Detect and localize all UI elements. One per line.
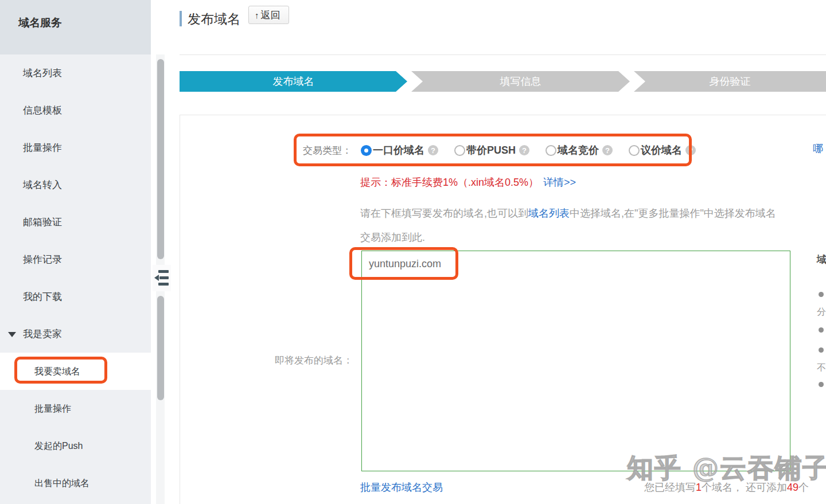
radio-option-fixed-price[interactable]: 一口价域名 ?: [361, 143, 438, 157]
radio-unselected-icon[interactable]: [629, 145, 640, 156]
right-panel-text-fragment: 不: [817, 362, 826, 374]
step-publish-domain: 发布域名: [180, 71, 407, 92]
domain-list-link[interactable]: 域名列表: [528, 208, 570, 219]
sidebar-item-email-verify[interactable]: 邮箱验证: [0, 204, 151, 241]
sidebar-menu: 域名列表 信息模板 批量操作 域名转入 邮箱验证 操作记录 我的下载 我是卖家 …: [0, 54, 151, 502]
sidebar-scrollbar-thumb[interactable]: [157, 59, 164, 259]
sidebar-group-i-am-seller[interactable]: 我是卖家: [0, 315, 151, 353]
domain-count-status: 您已经填写1个域名， 还可添加49个: [568, 480, 809, 494]
sidebar-item-domains-on-sale[interactable]: 出售中的域名: [0, 464, 151, 502]
help-icon[interactable]: ?: [519, 145, 529, 155]
which-domains-link-fragment[interactable]: 哪: [813, 142, 823, 155]
step-fill-info: 填写信息: [411, 71, 630, 92]
sidebar-item-sell-my-domain[interactable]: 我要卖域名: [0, 353, 151, 390]
remaining-count: 49: [787, 482, 798, 493]
publish-domain-page: 域名服务 域名列表 信息模板 批量操作 域名转入 邮箱验证 操作记录 我的下载 …: [0, 0, 826, 504]
sidebar-item-domain-transfer-in[interactable]: 域名转入: [0, 166, 151, 204]
sidebar-item-batch-ops[interactable]: 批量操作: [0, 129, 151, 166]
title-accent-bar: [180, 11, 182, 26]
radio-unselected-icon[interactable]: [454, 145, 465, 156]
step-wizard: 发布域名 填写信息 身份验证: [180, 71, 826, 92]
right-panel-heading-fragment: 域: [817, 253, 826, 266]
trade-type-label: 交易类型：: [303, 144, 352, 157]
title-divider: [180, 54, 826, 55]
fee-detail-link[interactable]: 详情>>: [543, 177, 576, 188]
sidebar-item-domain-list[interactable]: 域名列表: [0, 54, 151, 92]
instruction-text: 请在下框填写要发布的域名,也可以到域名列表中选择域名,在"更多批量操作"中选择发…: [360, 201, 819, 249]
sidebar-item-initiated-push[interactable]: 发起的Push: [0, 427, 151, 464]
sidebar: 域名服务 域名列表 信息模板 批量操作 域名转入 邮箱验证 操作记录 我的下载 …: [0, 0, 151, 504]
chevron-down-icon: [8, 332, 16, 337]
radio-option-priced-push[interactable]: 带价PUSH ?: [454, 143, 529, 157]
back-button-label: 返回: [261, 9, 280, 22]
radio-option-domain-auction[interactable]: 域名竞价 ?: [546, 143, 613, 157]
domain-value: yuntunpuzi.com: [369, 258, 441, 270]
sidebar-item-info-template[interactable]: 信息模板: [0, 92, 151, 129]
filled-count: 1: [696, 482, 702, 493]
sidebar-item-seller-batch-ops[interactable]: 批量操作: [0, 390, 151, 427]
sidebar-item-operation-log[interactable]: 操作记录: [0, 241, 151, 278]
step-identity-verify: 身份验证: [634, 71, 826, 92]
collapse-sidebar-icon: [154, 267, 170, 289]
sidebar-scrollbar-thumb[interactable]: [157, 296, 164, 400]
bullet-icon: [819, 327, 824, 333]
page-title: 发布域名: [188, 10, 240, 28]
bullet-icon: [819, 382, 824, 387]
sidebar-header: 域名服务: [0, 0, 151, 54]
sidebar-collapse-toggle[interactable]: [153, 265, 171, 291]
up-arrow-icon: ↑: [255, 11, 259, 19]
fee-tip: 提示：标准手续费1%（.xin域名0.5%）详情>>: [360, 175, 576, 189]
radio-option-negotiable-price[interactable]: 议价域名 ?: [629, 143, 696, 157]
batch-publish-link[interactable]: 批量发布域名交易: [360, 480, 443, 494]
bullet-icon: [819, 292, 824, 297]
domain-textarea[interactable]: yuntunpuzi.com: [361, 251, 790, 471]
help-icon[interactable]: ?: [428, 145, 438, 155]
trade-type-row: 交易类型： 一口价域名 ? 带价PUSH ? 域名竞价 ? 议价域名 ?: [303, 142, 712, 159]
help-icon[interactable]: ?: [602, 145, 613, 155]
help-icon[interactable]: ?: [685, 145, 696, 155]
domains-to-publish-label: 即将发布的域名：: [252, 354, 353, 367]
main-content: 发布域名 ↑ 返回 发布域名 填写信息 身份验证 交易类型： 一口价域名 ? 带…: [166, 0, 826, 504]
resize-handle-icon[interactable]: [780, 461, 789, 470]
radio-unselected-icon[interactable]: [546, 145, 556, 156]
radio-selected-icon[interactable]: [361, 145, 372, 156]
bullet-icon: [819, 347, 824, 353]
sidebar-item-my-downloads[interactable]: 我的下载: [0, 278, 151, 315]
sidebar-title: 域名服务: [18, 15, 62, 30]
right-panel-text-fragment: 分: [817, 306, 826, 318]
back-button[interactable]: ↑ 返回: [248, 6, 289, 24]
